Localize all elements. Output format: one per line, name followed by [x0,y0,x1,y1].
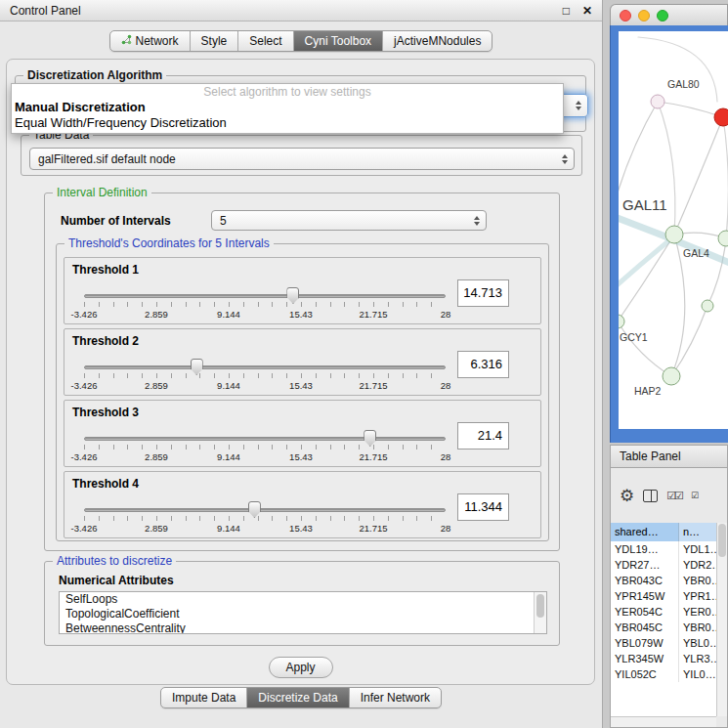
table-columns-icon[interactable] [643,490,658,502]
table-panel-toolbar: ⚙ ☑☑ ☑ [611,468,727,523]
table-panel-body: ⚙ ☑☑ ☑ shared…n… YDL19…YDL1…YDR27…YDR2…Y… [610,468,728,728]
tab-label: Network [136,34,179,48]
checkbox-icon[interactable]: ☑ [691,491,697,500]
node-label: HAP2 [634,385,662,397]
bottom-tab-discretize-data[interactable]: Discretize Data [246,688,348,707]
table-header-row: shared…n… [611,523,716,541]
bottom-tab-infer-network[interactable]: Infer Network [349,688,441,707]
network-canvas[interactable]: GAL80GAL4GCY1HAP2GAL11 [619,31,728,429]
threshold-slider[interactable]: -3.4262.8599.14415.4321.71528 [84,428,446,465]
tick-label: 15.43 [289,380,313,391]
network-titlebar[interactable] [610,4,728,25]
slider-tick-marks [84,516,446,521]
tab-network[interactable]: Network [110,31,190,51]
attribute-list-item[interactable]: BetweennessCentrality [60,621,546,634]
close-icon[interactable]: ✕ [582,4,592,18]
vertical-scrollbar[interactable] [716,523,727,716]
minimize-traffic-light-icon[interactable] [638,10,650,21]
threshold-slider[interactable]: -3.4262.8599.14415.4321.71528 [84,499,446,536]
network-edge[interactable] [674,117,723,235]
threshold-value-field[interactable]: 11.344 [457,493,509,521]
cell-shared-name: YPR145W [611,588,679,604]
gear-icon[interactable]: ⚙ [620,486,634,506]
apply-button[interactable]: Apply [269,657,333,678]
network-edge[interactable] [671,306,707,376]
tab-style[interactable]: Style [190,31,238,51]
number-of-intervals-combo[interactable]: 5 [211,210,487,231]
attribute-list-item[interactable]: TopologicalCoefficient [60,607,546,621]
control-panel-window: Control Panel □ ✕ NetworkStyleSelectCyni… [0,0,603,728]
tick-label: 21.715 [359,523,387,534]
table-row[interactable]: YLR345WYLR3… [611,651,716,666]
table-row[interactable]: YIL052CYIL0… [611,666,716,682]
threshold-row-1: Threshold 1-3.4262.8599.14415.4321.71528… [64,257,541,324]
table-row[interactable]: YPR145WYPR1… [611,588,716,604]
network-edge[interactable] [638,37,717,102]
table-row[interactable]: YER054CYER0… [611,604,716,620]
tick-label: -3.426 [71,451,98,462]
scrollbar-thumb[interactable] [536,594,544,618]
tick-label: 9.144 [217,451,240,462]
tab-select[interactable]: Select [237,31,292,51]
number-of-intervals-label: Number of Intervals [61,214,171,228]
threshold-label: Threshold 4 [72,477,139,491]
tick-label: 2.859 [145,451,168,462]
network-node-gal80[interactable] [651,95,664,108]
table-row[interactable]: YBR045CYBR0… [611,620,716,635]
dropdown-option[interactable]: Equal Width/Frequency Discretization [12,115,563,131]
top-tab-bar: NetworkStyleSelectCyni ToolboxjActiveMNo… [0,30,602,52]
column-header-2[interactable]: n… [679,523,716,541]
threshold-value-field[interactable]: 14.713 [457,279,509,307]
network-node-gcy1[interactable] [619,315,624,328]
threshold-label: Threshold 1 [72,263,139,277]
column-header-1[interactable]: shared… [611,523,679,541]
network-node[interactable] [702,300,713,312]
tab-cyni-toolbox[interactable]: Cyni Toolbox [293,31,382,51]
horizontal-scrollbar[interactable] [611,716,716,727]
table-row[interactable]: YBL079WYBL0… [611,635,716,651]
threshold-value-field[interactable]: 21.4 [457,422,509,450]
screenshot-root: Control Panel □ ✕ NetworkStyleSelectCyni… [0,0,728,728]
tick-label: 2.859 [145,309,168,320]
threshold-value-field[interactable]: 6.316 [457,351,509,378]
table-row[interactable]: YDL19…YDL1… [611,541,716,557]
threshold-row-2: Threshold 2-3.4262.8599.14415.4321.71528… [64,328,541,396]
network-edge[interactable] [658,102,723,117]
table-row[interactable]: YDR27…YDR2… [611,557,716,573]
bottom-tab-impute-data[interactable]: Impute Data [161,688,246,707]
threshold-slider[interactable]: -3.4262.8599.14415.4321.71528 [84,357,446,394]
network-edge[interactable] [619,321,671,376]
close-traffic-light-icon[interactable] [620,10,631,21]
network-frame: GAL80GAL4GCY1HAP2GAL11 [610,25,728,443]
float-window-icon[interactable]: □ [563,4,570,18]
table-row[interactable]: YBR043CYBR0… [611,573,716,588]
threshold-slider[interactable]: -3.4262.8599.14415.4321.71528 [84,285,446,322]
network-edge[interactable] [619,236,674,287]
select-columns-checkboxes-icon[interactable]: ☑☑ [666,490,682,502]
network-edge[interactable] [723,117,728,238]
tab-jactivemnodules[interactable]: jActiveMNodules [382,31,492,51]
control-panel-titlebar: Control Panel □ ✕ [0,0,602,21]
network-node[interactable] [714,108,728,126]
node-label: GCY1 [620,331,648,343]
list-scrollbar[interactable] [534,592,546,633]
network-edge[interactable] [619,102,658,202]
network-node[interactable] [718,231,728,246]
numerical-attributes-list[interactable]: SelfLoopsTopologicalCoefficientBetweenne… [59,591,547,634]
network-node-gal4[interactable] [665,226,683,243]
algorithm-group-title: Discretization Algorithm [23,68,166,82]
network-edge[interactable] [658,102,675,235]
network-node-hap2[interactable] [663,367,680,385]
threshold-coordinates-title: Threshold's Coordinates for 5 Intervals [64,236,274,250]
table-panel-title: Table Panel [620,450,681,463]
attribute-list-item[interactable]: SelfLoops [60,592,546,607]
table-data-combo[interactable]: galFiltered.sif default node [29,148,575,170]
scrollbar-thumb[interactable] [718,524,726,557]
table-data-group: Table Data galFiltered.sif default node [21,135,582,176]
threshold-coordinates-group: Threshold's Coordinates for 5 Intervals … [56,243,549,541]
cell-name: YIL0… [679,666,716,682]
zoom-traffic-light-icon[interactable] [657,10,668,21]
dropdown-option[interactable]: Manual Discretization [12,100,563,115]
network-edge[interactable] [707,238,726,306]
table-rows: YDL19…YDL1…YDR27…YDR2…YBR043CYBR0…YPR145… [611,541,716,682]
